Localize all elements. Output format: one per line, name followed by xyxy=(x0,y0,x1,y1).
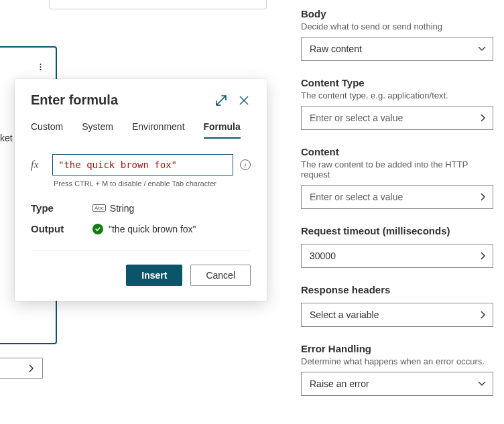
modal-tabs: Custom System Environment Formula xyxy=(31,121,251,139)
close-icon[interactable] xyxy=(237,94,251,107)
expand-icon[interactable] xyxy=(214,94,228,107)
content-type-select[interactable]: Enter or select a value xyxy=(301,106,493,130)
timeout-label: Request timeout (milliseconds) xyxy=(301,225,493,236)
content-type-placeholder: Enter or select a value xyxy=(310,113,403,123)
timeout-value: 30000 xyxy=(310,251,336,261)
formula-input[interactable] xyxy=(52,154,233,175)
background-next-button[interactable] xyxy=(0,358,43,379)
response-headers-placeholder: Select a variable xyxy=(310,309,379,320)
timeout-input[interactable]: 30000 xyxy=(301,244,493,268)
formula-modal: Enter formula Custom System Environment … xyxy=(15,79,267,301)
type-value: Abc String xyxy=(92,203,134,214)
response-headers-select[interactable]: Select a variable xyxy=(301,303,493,327)
chevron-right-icon xyxy=(481,193,486,201)
content-type-desc: The content type, e.g. application/text. xyxy=(301,90,493,100)
output-label: Output xyxy=(31,223,92,234)
background-card-fragment xyxy=(49,0,267,9)
chevron-right-icon xyxy=(29,364,34,372)
formula-hint: Press CTRL + M to disable / enable Tab c… xyxy=(54,180,251,188)
tab-environment[interactable]: Environment xyxy=(132,121,185,139)
modal-actions xyxy=(214,94,251,107)
cancel-button[interactable]: Cancel xyxy=(190,265,251,286)
content-label: Content xyxy=(301,146,493,157)
field-timeout: Request timeout (milliseconds) 30000 xyxy=(301,225,493,268)
chevron-down-icon xyxy=(478,46,486,52)
chevron-right-icon xyxy=(481,252,486,260)
field-error-handling: Error Handling Determine what happens wh… xyxy=(301,343,493,396)
field-body: Body Decide what to send or send nothing… xyxy=(301,8,493,61)
tab-formula[interactable]: Formula xyxy=(204,121,241,139)
error-handling-label: Error Handling xyxy=(301,343,493,354)
background-text-fragment: ket xyxy=(0,133,13,143)
success-icon xyxy=(92,224,103,234)
content-type-label: Content Type xyxy=(301,77,493,88)
formula-row: fx i xyxy=(31,154,251,175)
insert-button[interactable]: Insert xyxy=(126,265,182,286)
error-handling-desc: Determine what happens when an error occ… xyxy=(301,356,493,366)
body-select[interactable]: Raw content xyxy=(301,37,493,61)
content-select[interactable]: Enter or select a value xyxy=(301,185,493,209)
response-headers-label: Response headers xyxy=(301,284,493,295)
modal-header: Enter formula xyxy=(31,92,251,108)
body-label: Body xyxy=(301,8,493,19)
content-placeholder: Enter or select a value xyxy=(310,192,403,202)
modal-footer: Insert Cancel xyxy=(31,251,251,286)
chevron-right-icon xyxy=(481,114,486,122)
output-row: Output "the quick brown fox" xyxy=(31,223,251,234)
modal-title: Enter formula xyxy=(31,92,118,108)
output-value: "the quick brown fox" xyxy=(109,224,196,234)
chevron-down-icon xyxy=(478,381,486,386)
field-content-type: Content Type The content type, e.g. appl… xyxy=(301,77,493,130)
tab-system[interactable]: System xyxy=(82,121,113,139)
type-label: Type xyxy=(31,202,92,214)
error-handling-select[interactable]: Raise an error xyxy=(301,372,493,396)
chevron-right-icon xyxy=(481,311,486,319)
string-type-icon: Abc xyxy=(92,204,106,212)
info-icon[interactable]: i xyxy=(240,159,251,170)
fx-label: fx xyxy=(31,159,46,171)
type-row: Type Abc String xyxy=(31,202,251,214)
tab-custom[interactable]: Custom xyxy=(31,121,63,139)
field-response-headers: Response headers Select a variable xyxy=(301,284,493,327)
type-text: String xyxy=(110,203,135,214)
body-value: Raw content xyxy=(310,44,362,54)
content-desc: The raw content to be added into the HTT… xyxy=(301,159,493,180)
config-panel: Body Decide what to send or send nothing… xyxy=(282,0,504,412)
more-icon[interactable]: ··· xyxy=(39,62,42,70)
field-content: Content The raw content to be added into… xyxy=(301,146,493,209)
body-desc: Decide what to send or send nothing xyxy=(301,21,493,31)
error-handling-value: Raise an error xyxy=(310,378,369,389)
